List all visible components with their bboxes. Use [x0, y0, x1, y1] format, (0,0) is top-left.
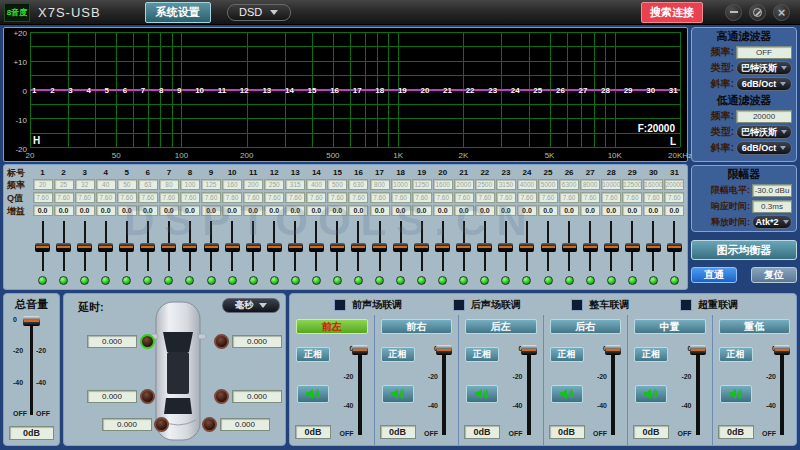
lpf-freq-field[interactable]: 20000: [736, 110, 792, 123]
delay-knob-rear-right[interactable]: [214, 389, 229, 404]
band-marker[interactable]: 25: [533, 85, 542, 94]
band-freq-field[interactable]: 315: [285, 179, 305, 190]
band-gain-slider[interactable]: [179, 218, 200, 274]
band-marker[interactable]: 9: [177, 85, 181, 94]
band-gain-field[interactable]: 0.0: [601, 205, 621, 216]
band-gain-slider[interactable]: [538, 218, 559, 274]
band-q-field[interactable]: 7.60: [517, 192, 537, 203]
band-q-field[interactable]: 7.60: [538, 192, 558, 203]
band-gain-field[interactable]: 0.0: [643, 205, 663, 216]
band-gain-slider[interactable]: [664, 218, 685, 274]
band-gain-field[interactable]: 0.0: [243, 205, 263, 216]
band-gain-field[interactable]: 0.0: [496, 205, 516, 216]
band-marker[interactable]: 7: [141, 85, 145, 94]
system-settings-button[interactable]: 系统设置: [145, 2, 211, 23]
band-gain-field[interactable]: 0.0: [622, 205, 642, 216]
band-gain-field[interactable]: 0.0: [180, 205, 200, 216]
delay-field-sub-right[interactable]: 0.000: [220, 418, 270, 431]
band-q-field[interactable]: 7.60: [117, 192, 137, 203]
band-freq-field[interactable]: 800: [370, 179, 390, 190]
slider-handle[interactable]: [225, 243, 240, 252]
delay-field-sub-left[interactable]: 0.000: [102, 418, 152, 431]
channel-select-button[interactable]: 重低: [719, 319, 791, 334]
band-gain-slider[interactable]: [580, 218, 601, 274]
band-freq-field[interactable]: 32: [75, 179, 95, 190]
limiter-level-field[interactable]: -30.0 dBu: [752, 184, 792, 197]
band-q-field[interactable]: 7.60: [643, 192, 663, 203]
band-freq-field[interactable]: 40: [96, 179, 116, 190]
band-freq-field[interactable]: 200: [243, 179, 263, 190]
band-q-field[interactable]: 7.60: [601, 192, 621, 203]
slider-handle[interactable]: [583, 243, 598, 252]
band-q-field[interactable]: 7.60: [622, 192, 642, 203]
band-marker[interactable]: 14: [285, 85, 294, 94]
band-marker[interactable]: 15: [308, 85, 317, 94]
limiter-release-select[interactable]: Atk*2: [752, 215, 792, 229]
hpf-slope-select[interactable]: 6dB/Oct: [736, 77, 792, 91]
band-q-field[interactable]: 7.60: [159, 192, 179, 203]
band-q-field[interactable]: 7.60: [96, 192, 116, 203]
slider-handle[interactable]: [330, 243, 345, 252]
delay-field-rear-left[interactable]: 0.000: [87, 390, 137, 403]
band-marker[interactable]: 31: [669, 85, 678, 94]
slider-handle[interactable]: [393, 243, 408, 252]
band-gain-field[interactable]: 0.0: [412, 205, 432, 216]
band-q-field[interactable]: 7.60: [264, 192, 284, 203]
slider-handle[interactable]: [56, 243, 71, 252]
band-freq-field[interactable]: 5000: [538, 179, 558, 190]
band-gain-slider[interactable]: [137, 218, 158, 274]
channel-volume-slider[interactable]: [358, 347, 362, 435]
slider-handle[interactable]: [498, 243, 513, 252]
slider-handle[interactable]: [98, 243, 113, 252]
band-gain-slider[interactable]: [306, 218, 327, 274]
slider-handle[interactable]: [77, 243, 92, 252]
band-gain-field[interactable]: 0.0: [559, 205, 579, 216]
band-q-field[interactable]: 7.60: [201, 192, 221, 203]
band-q-field[interactable]: 7.60: [180, 192, 200, 203]
band-marker[interactable]: 28: [601, 85, 610, 94]
slider-handle[interactable]: [605, 345, 621, 355]
band-gain-field[interactable]: 0.0: [391, 205, 411, 216]
band-marker[interactable]: 4: [86, 85, 90, 94]
band-gain-slider[interactable]: [495, 218, 516, 274]
band-marker[interactable]: 17: [353, 85, 362, 94]
band-gain-slider[interactable]: [601, 218, 622, 274]
band-gain-slider[interactable]: [474, 218, 495, 274]
band-marker[interactable]: 11: [218, 85, 226, 94]
band-marker[interactable]: 21: [443, 85, 452, 94]
channel-volume-slider[interactable]: [696, 347, 700, 435]
delay-field-front-left[interactable]: 0.000: [87, 335, 137, 348]
band-q-field[interactable]: 7.60: [580, 192, 600, 203]
slider-handle[interactable]: [562, 243, 577, 252]
band-marker[interactable]: 29: [624, 85, 633, 94]
band-q-field[interactable]: 7.60: [348, 192, 368, 203]
band-freq-field[interactable]: 3150: [496, 179, 516, 190]
slider-handle[interactable]: [119, 243, 134, 252]
band-gain-slider[interactable]: [32, 218, 53, 274]
band-gain-slider[interactable]: [327, 218, 348, 274]
delay-knob-sub-right[interactable]: [202, 417, 217, 432]
band-gain-slider[interactable]: [264, 218, 285, 274]
checkbox-icon[interactable]: [453, 299, 465, 311]
bypass-button[interactable]: 直通: [691, 267, 737, 283]
slider-handle[interactable]: [604, 243, 619, 252]
band-freq-field[interactable]: 20000: [664, 179, 684, 190]
delay-field-front-right[interactable]: 0.000: [232, 335, 282, 348]
band-gain-field[interactable]: 0.0: [454, 205, 474, 216]
band-gain-field[interactable]: 0.0: [433, 205, 453, 216]
band-marker[interactable]: 23: [488, 85, 497, 94]
band-gain-field[interactable]: 0.0: [201, 205, 221, 216]
band-gain-slider[interactable]: [622, 218, 643, 274]
band-gain-field[interactable]: 0.0: [54, 205, 74, 216]
delay-knob-front-right[interactable]: [214, 334, 229, 349]
band-marker[interactable]: 26: [556, 85, 565, 94]
band-gain-field[interactable]: 0.0: [75, 205, 95, 216]
band-marker[interactable]: 18: [375, 85, 384, 94]
band-marker[interactable]: 1: [32, 85, 36, 94]
slider-handle[interactable]: [541, 243, 556, 252]
slider-handle[interactable]: [521, 345, 537, 355]
band-marker[interactable]: 20: [420, 85, 429, 94]
band-q-field[interactable]: 7.60: [496, 192, 516, 203]
slider-track[interactable]: [30, 318, 33, 415]
slider-handle[interactable]: [267, 243, 282, 252]
